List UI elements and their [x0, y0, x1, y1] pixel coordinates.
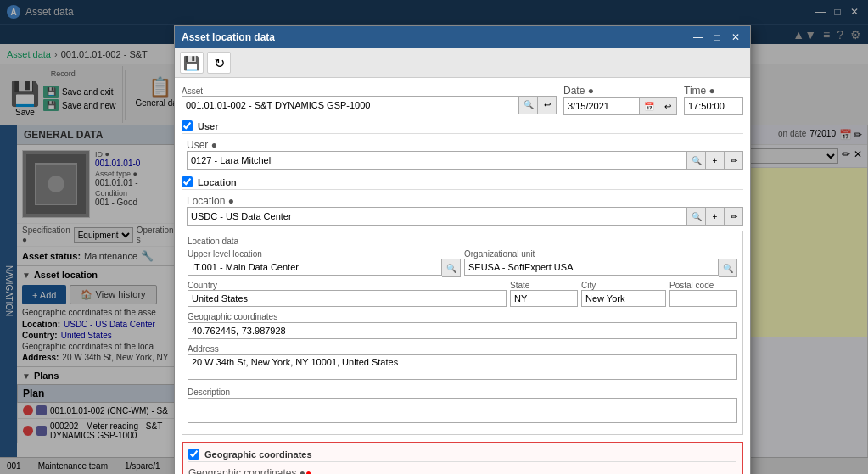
location-section-checkbox[interactable] [182, 176, 193, 187]
modal-body: Asset 🔍 ↩ Date ● 📅 ↩ Time [175, 78, 750, 474]
asset-clear-button[interactable]: ↩ [538, 96, 557, 114]
state-field-label: State [510, 281, 578, 290]
user-edit-button[interactable]: ✏ [725, 151, 743, 170]
location-section-header: Location [182, 176, 743, 190]
description-textarea[interactable] [188, 398, 737, 423]
city-field: City [581, 281, 666, 307]
modal-maximize-button[interactable]: □ [709, 30, 725, 45]
modal-title-bar: Asset location data — □ ✕ [175, 26, 750, 48]
user-search-button[interactable]: 🔍 [687, 151, 706, 170]
location-field-label: Location ● [187, 195, 743, 207]
country-field-input[interactable] [188, 290, 507, 307]
org-unit-label: Organizational unit [464, 249, 737, 259]
date-input-group: 📅 ↩ [563, 97, 677, 115]
upper-level-label: Upper level location [188, 249, 461, 259]
upper-level-input-group: 🔍 [188, 259, 461, 277]
modal-refresh-button[interactable]: ↻ [207, 52, 231, 74]
location-section-label: Location [198, 177, 237, 187]
user-input[interactable] [187, 151, 687, 170]
geo-coords-row: Geographic coordinates [188, 310, 737, 339]
calendar-button[interactable]: 📅 [640, 97, 658, 115]
time-label: Time ● [684, 85, 743, 97]
location-section: Location Location ● 🔍 + ✏ Location data [182, 176, 743, 435]
location-input-group: 🔍 + ✏ [187, 207, 743, 226]
address-box-label: Address [188, 344, 219, 354]
org-unit-field: Organizational unit 🔍 [464, 249, 737, 277]
country-field: Country [188, 281, 507, 307]
geo-section-checkbox[interactable] [188, 449, 199, 460]
state-field-input[interactable] [510, 290, 578, 307]
date-arrow-button[interactable]: ↩ [658, 97, 677, 115]
modal-close-button[interactable]: ✕ [728, 30, 743, 45]
user-add-button[interactable]: + [706, 151, 725, 170]
geo-field-label: Geographic coordinates ●● [188, 467, 736, 474]
location-input[interactable] [187, 207, 687, 226]
geo-highlight-section: Geographic coordinates Geographic coordi… [182, 442, 743, 474]
user-section: User User ● 🔍 + ✏ [182, 120, 743, 170]
upper-level-field: Upper level location 🔍 [188, 249, 461, 277]
upper-org-row: Upper level location 🔍 Organizational un… [188, 249, 737, 277]
modal-title: Asset location data [182, 31, 275, 43]
user-field-group: User ● 🔍 + ✏ [182, 139, 743, 170]
org-unit-search-button[interactable]: 🔍 [719, 259, 737, 277]
geo-inner: Geographic coordinates ●● [188, 467, 736, 474]
time-field-group: Time ● [684, 85, 743, 115]
postal-code-label: Postal code [669, 281, 737, 290]
modal-minimize-button[interactable]: — [691, 30, 706, 45]
geo-coords-input[interactable] [188, 322, 737, 339]
org-unit-input-group: 🔍 [464, 259, 737, 277]
user-section-header: User [182, 120, 743, 134]
location-data-box: Location data Upper level location 🔍 Org… [182, 231, 743, 435]
modal-toolbar: 💾 ↻ [175, 48, 750, 78]
postal-code-input[interactable] [669, 290, 737, 307]
asset-field-group: Asset 🔍 ↩ [182, 86, 557, 114]
country-state-city-row: Country State City Postal code [188, 281, 737, 307]
modal-window-controls: — □ ✕ [691, 30, 743, 45]
asset-location-modal: Asset location data — □ ✕ 💾 ↻ Asset 🔍 ↩ [174, 25, 751, 474]
asset-field-label: Asset [182, 86, 557, 96]
address-box-row: Address [188, 343, 737, 382]
org-unit-input[interactable] [464, 259, 719, 276]
date-label: Date ● [563, 85, 677, 97]
asset-input[interactable] [182, 96, 519, 114]
modal-save-button[interactable]: 💾 [180, 52, 204, 74]
upper-level-search-button[interactable]: 🔍 [442, 259, 461, 277]
location-search-button[interactable]: 🔍 [687, 207, 706, 226]
asset-search-button[interactable]: 🔍 [519, 96, 538, 114]
user-section-label: User [198, 121, 218, 131]
asset-date-row: Asset 🔍 ↩ Date ● 📅 ↩ Time [182, 85, 743, 115]
location-field-group: Location ● 🔍 + ✏ [182, 195, 743, 226]
address-textarea[interactable] [188, 354, 737, 380]
postal-code-field: Postal code [669, 281, 737, 307]
date-input[interactable] [563, 97, 640, 115]
description-label: Description [188, 388, 230, 397]
user-section-checkbox[interactable] [182, 120, 193, 131]
state-field: State [510, 281, 578, 307]
description-row: Description [188, 386, 737, 426]
location-edit-button[interactable]: ✏ [725, 207, 743, 226]
geo-section-header: Geographic coordinates [188, 449, 736, 462]
geo-coords-label: Geographic coordinates [188, 312, 277, 321]
date-field-group: Date ● 📅 ↩ [563, 85, 677, 115]
upper-level-input[interactable] [188, 259, 442, 276]
country-field-label: Country [188, 281, 507, 290]
location-add-button[interactable]: + [706, 207, 725, 226]
city-field-input[interactable] [581, 290, 666, 307]
location-data-title: Location data [188, 237, 737, 246]
user-field-label: User ● [187, 139, 743, 151]
time-input[interactable] [684, 97, 743, 115]
geo-section-label: Geographic coordinates [204, 449, 312, 460]
city-field-label: City [581, 281, 666, 290]
user-input-group: 🔍 + ✏ [187, 151, 743, 170]
asset-input-group: 🔍 ↩ [182, 96, 557, 114]
